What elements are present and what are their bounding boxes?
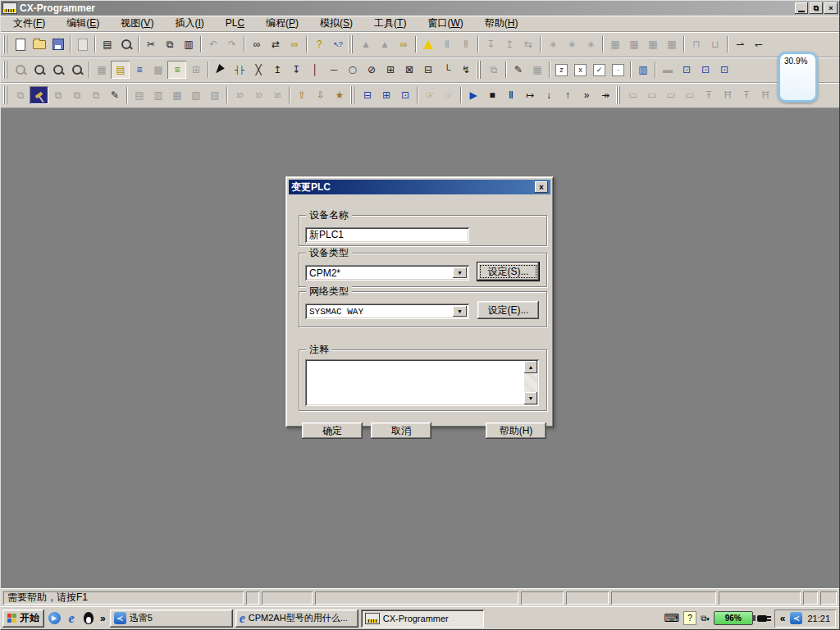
trace3-icon[interactable]: ▭ (661, 86, 680, 104)
trace1-icon[interactable]: ▭ (623, 86, 642, 104)
watch-window4-icon[interactable]: ⊡ (714, 61, 733, 79)
contact-closed-icon[interactable]: ╳ (249, 61, 267, 79)
menu-item-视图V[interactable]: 视图(V) (110, 16, 164, 32)
contact-open-icon[interactable]: ┤├ (230, 61, 249, 79)
paste-icon[interactable]: ▥ (179, 35, 198, 53)
address-up-icon[interactable]: ⇧ (292, 86, 311, 104)
new-file-icon[interactable] (11, 35, 30, 53)
network-view1-icon[interactable]: ⊟ (358, 86, 377, 104)
sim-run-icon[interactable]: ▶ (463, 86, 482, 104)
coil-icon[interactable]: ◯ (343, 61, 362, 79)
trace4-icon[interactable]: ▭ (680, 86, 699, 104)
scroll-up-icon[interactable]: ▲ (524, 361, 537, 373)
output-window-icon[interactable] (30, 86, 48, 104)
zoom-out-icon[interactable] (67, 61, 86, 79)
dialog-view-icon[interactable]: ▥ (633, 61, 652, 79)
download-icon[interactable]: ↧ (481, 35, 500, 53)
replace-icon[interactable]: ⇄ (266, 35, 285, 53)
program-mode-icon[interactable]: ∗ (581, 35, 600, 53)
address-diff-icon[interactable]: ★ (330, 86, 349, 104)
device-name-input[interactable]: 新PLC1 (305, 227, 469, 243)
transfer-to-icon[interactable]: ⇀ (730, 35, 749, 53)
graph3-icon[interactable]: Ŧ (737, 86, 756, 104)
tree-icon[interactable]: ⊞ (186, 61, 205, 79)
ie-icon[interactable]: e (64, 611, 79, 626)
thunder-tray-icon[interactable]: ≺ (790, 612, 802, 624)
force-clear-icon[interactable]: · (609, 61, 628, 79)
contact-downdiff-icon[interactable]: ↧ (286, 61, 305, 79)
keyboard-tray-icon[interactable]: ⌨ (664, 612, 679, 624)
force-on-icon[interactable]: ☞ (420, 86, 439, 104)
horizontal-line-icon[interactable]: ─ (324, 61, 343, 79)
chevron-down-icon[interactable]: ▼ (453, 267, 467, 278)
menu-item-编程P[interactable]: 编程(P) (255, 16, 309, 32)
save-icon[interactable] (48, 35, 67, 53)
menu-item-工具T[interactable]: 工具(T) (363, 16, 417, 32)
network-settings-button[interactable]: 设定(E)... (477, 301, 539, 319)
menu-item-插入I[interactable]: 插入(I) (164, 16, 214, 32)
edit-comment-icon[interactable]: ✎ (509, 61, 527, 79)
sim-run-end-icon[interactable]: ↠ (596, 86, 614, 104)
sim-stop-icon[interactable]: ■ (482, 86, 501, 104)
menu-item-模拟S[interactable]: 模拟(S) (309, 16, 363, 32)
network-view2-icon[interactable]: ⊞ (377, 86, 395, 104)
diff-down-icon[interactable]: ⊔ (705, 35, 724, 53)
toolbar-grip[interactable] (3, 86, 9, 104)
dialog-close-icon[interactable]: × (535, 181, 548, 193)
cut-icon[interactable]: ✂ (141, 35, 160, 53)
print-preview-icon[interactable] (73, 35, 92, 53)
project-window-icon[interactable]: ⧉ (11, 86, 30, 104)
rung-list-icon[interactable]: ≡ (130, 61, 148, 79)
force-off-icon[interactable]: ☞ (439, 86, 458, 104)
find-all-icon[interactable]: ∞ (285, 35, 304, 53)
sim-step-run-icon[interactable]: ↦ (520, 86, 539, 104)
open-file-icon[interactable] (30, 35, 48, 53)
sim-step-out-icon[interactable]: ↑ (558, 86, 577, 104)
menu-item-PLC[interactable]: PLC (215, 16, 255, 30)
instruction2-icon[interactable]: ⊠ (399, 61, 418, 79)
vertical-line-icon[interactable]: │ (305, 61, 324, 79)
transfer-from-icon[interactable]: ↽ (749, 35, 768, 53)
device-settings-button[interactable]: 设定(S)... (477, 262, 539, 281)
properties-icon[interactable]: ✎ (105, 86, 124, 104)
print-icon[interactable]: ▤ (98, 35, 116, 53)
toolbar-grip[interactable] (616, 86, 622, 104)
address-reference-icon[interactable]: ▥ (148, 86, 167, 104)
decimal10a-icon[interactable]: 10 (230, 86, 249, 104)
cross-reference-icon[interactable]: ▤ (130, 86, 148, 104)
window-arrows-tray-icon[interactable]: ⧉▾ (701, 614, 710, 623)
tray-chevron[interactable]: « (778, 613, 788, 624)
task-button-CPM2AH型号的用什么...[interactable]: eCPM2AH型号的用什么... (235, 609, 358, 628)
invert-icon[interactable]: ↯ (456, 61, 475, 79)
restore-button[interactable]: ⧉ (810, 2, 823, 14)
upload-icon[interactable]: ↥ (500, 35, 518, 53)
cross-ref-window-icon[interactable]: ⧉ (67, 86, 86, 104)
quicklaunch-overflow-chevron[interactable]: » (98, 613, 107, 624)
power-plug-icon[interactable] (757, 615, 767, 622)
battery-indicator[interactable]: 96% (714, 611, 753, 625)
zoom-in-icon[interactable] (48, 61, 67, 79)
chevron-down-icon[interactable]: ▼ (453, 306, 467, 317)
task-button-CX-Programmer[interactable]: CX-Programmer (361, 609, 484, 628)
trace2-icon[interactable]: ▭ (642, 86, 661, 104)
force-check-icon[interactable]: ✓ (590, 61, 609, 79)
graph4-icon[interactable]: Ħ (756, 86, 774, 104)
context-help-icon[interactable]: ↖? (328, 35, 347, 53)
gauge-overlay[interactable]: 30.9% (778, 52, 818, 103)
zoom-fit-icon[interactable] (30, 61, 48, 79)
rung-comment-icon[interactable]: ▤ (111, 61, 130, 79)
local-symbols-icon[interactable]: ⧉ (86, 86, 105, 104)
schedule-icon[interactable]: ▦ (527, 61, 546, 79)
force-x-icon[interactable]: x (571, 61, 590, 79)
compile-all-icon[interactable]: ▲ (375, 35, 394, 53)
network-view3-icon[interactable]: ⊡ (395, 86, 414, 104)
monitor-toggle-icon[interactable]: Ⅱ (437, 35, 456, 53)
minimize-button[interactable] (795, 2, 808, 14)
toolbar-grip[interactable] (350, 86, 356, 104)
close-button[interactable]: × (824, 2, 838, 14)
watch-sheet-icon[interactable]: ⧉ (48, 86, 67, 104)
device-type-combobox[interactable]: CPM2* ▼ (305, 265, 469, 281)
force-z-icon[interactable]: z (552, 61, 571, 79)
line-corner-icon[interactable]: └ (437, 61, 456, 79)
io-table-icon[interactable]: ▧ (186, 86, 205, 104)
